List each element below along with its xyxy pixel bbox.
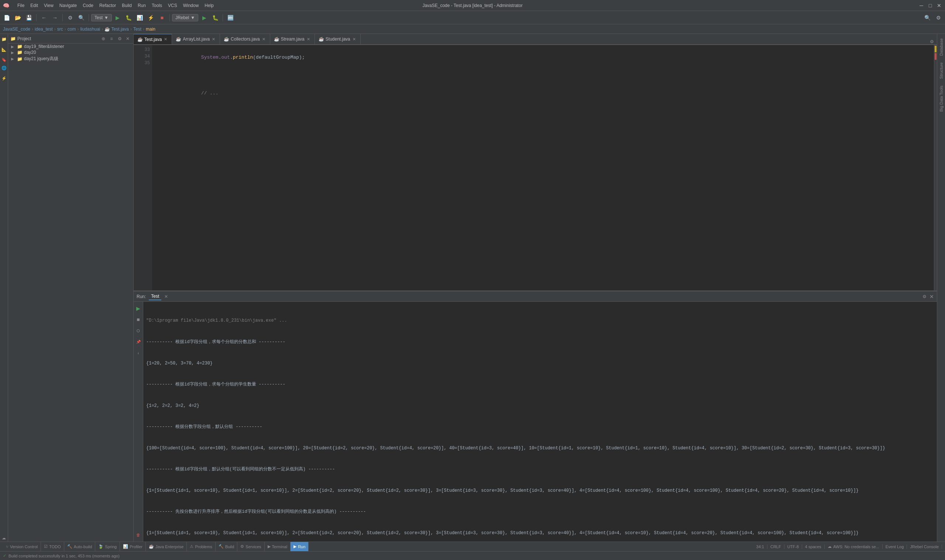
aws-icon[interactable]: ☁ — [0, 534, 8, 542]
breadcrumb-module[interactable]: idea_test — [35, 26, 53, 32]
tab-arraylist[interactable]: ☕ ArrayList.java ✕ — [172, 34, 220, 44]
jrebel-run-button[interactable]: ▶ — [199, 12, 209, 23]
tree-item-day21[interactable]: ▶ 📁 day21 jquery高级 — [8, 55, 133, 62]
breadcrumb-project[interactable]: JavaSE_code — [3, 26, 30, 32]
tab-close-button[interactable]: ✕ — [211, 37, 216, 42]
stop-run-button[interactable]: ■ — [134, 314, 143, 325]
run-with-coverage-button[interactable]: 📊 — [135, 12, 145, 23]
open-button[interactable]: 📂 — [12, 12, 23, 23]
web-icon[interactable]: 🌐 — [0, 64, 8, 72]
bookmarks-icon[interactable]: 🔖 — [0, 56, 8, 63]
status-auto-build[interactable]: 🔨 Auto-build — [64, 542, 96, 551]
menu-navigate[interactable]: Navigate — [57, 2, 79, 9]
run-config-selector[interactable]: Test ▼ — [91, 14, 112, 22]
breadcrumb-file[interactable]: ☕ Test.java — [105, 26, 128, 32]
tree-item-day20[interactable]: ▶ 📁 day20 — [8, 49, 133, 55]
status-version-control[interactable]: ⑂ Version Control — [3, 542, 41, 551]
status-spring[interactable]: 🍃 Spring — [95, 542, 120, 551]
jrebel-debug-button[interactable]: 🐛 — [210, 12, 220, 23]
forward-button[interactable]: → — [50, 12, 60, 23]
settings-gear-button[interactable]: ⚙ — [933, 12, 943, 23]
tab-close-button[interactable]: ✕ — [163, 37, 168, 42]
status-java-enterprise[interactable]: ☕ Java Enterprise — [146, 542, 187, 551]
panel-settings-button[interactable]: ⚙ — [116, 35, 123, 42]
run-output-scroll[interactable]: "D:\1program file\Java\jdk1.8.0_231\bin\… — [143, 302, 937, 542]
menu-help[interactable]: Help — [202, 2, 216, 9]
status-position[interactable]: 34:1 — [754, 545, 768, 549]
translate-button[interactable]: 🔤 — [225, 12, 236, 23]
project-icon[interactable]: 📁 — [0, 35, 8, 43]
breadcrumb-class[interactable]: Test — [133, 26, 141, 32]
menu-refactor[interactable]: Refactor — [97, 2, 118, 9]
breadcrumb-src[interactable]: src — [57, 26, 63, 32]
menu-file[interactable]: File — [15, 2, 26, 9]
jrebel-config-selector[interactable]: JRebel ▼ — [172, 14, 198, 22]
run-panel-close-button[interactable]: ✕ — [930, 294, 934, 300]
panel-close-button[interactable]: ✕ — [124, 35, 131, 42]
settings-button[interactable]: ⚙ — [65, 12, 75, 23]
tab-close-button[interactable]: ✕ — [261, 37, 266, 42]
scope-button[interactable]: ⊕ — [100, 35, 107, 42]
editor-settings-button[interactable]: ⚙ — [927, 39, 937, 44]
scroll-to-end-button[interactable]: ↓ — [134, 348, 143, 358]
status-problems[interactable]: ⚠ Problems — [187, 542, 215, 551]
run-tab-close[interactable]: ✕ — [164, 294, 168, 299]
status-encoding[interactable]: UTF-8 — [785, 545, 802, 549]
status-profiler[interactable]: 📊 Profiler — [120, 542, 146, 551]
status-indent[interactable]: 4 spaces — [802, 545, 825, 549]
pin-tab-button[interactable]: 📌 — [134, 337, 143, 347]
menu-vcs[interactable]: VCS — [166, 2, 179, 9]
menu-edit[interactable]: Edit — [28, 2, 40, 9]
profile-button[interactable]: ⚡ — [146, 12, 156, 23]
menu-code[interactable]: Code — [80, 2, 96, 9]
breadcrumb-com[interactable]: com — [68, 26, 76, 32]
save-button[interactable]: 💾 — [24, 12, 34, 23]
new-file-button[interactable]: 📄 — [2, 12, 12, 23]
menu-tools[interactable]: Tools — [150, 2, 164, 9]
rerun-button[interactable]: ▶ — [134, 303, 143, 314]
debug-button[interactable]: 🐛 — [124, 12, 134, 23]
breadcrumb-package[interactable]: liudashuai — [80, 26, 100, 32]
tab-collectors[interactable]: ☕ Collectors.java ✕ — [220, 34, 270, 44]
run-settings-button[interactable]: ⚙ — [922, 294, 927, 299]
breadcrumb-method[interactable]: main — [146, 26, 156, 32]
right-label-structure[interactable]: Structure — [938, 59, 944, 82]
status-build[interactable]: 🔨 Build — [216, 542, 237, 551]
stop-button[interactable]: ■ — [157, 12, 167, 23]
collapse-all-button[interactable]: ≡ — [108, 35, 115, 42]
jrebel-side-icon[interactable]: ⚡ — [0, 74, 8, 82]
status-todo[interactable]: ☑ TODO — [41, 542, 64, 551]
status-jrebel-console[interactable]: JRebel Console — [907, 545, 942, 549]
menu-window[interactable]: Window — [181, 2, 201, 9]
tab-stream[interactable]: ☕ Stream.java ✕ — [270, 34, 315, 44]
menu-view[interactable]: View — [42, 2, 56, 9]
run-button[interactable]: ▶ — [113, 12, 123, 23]
structure-icon[interactable]: 📐 — [0, 46, 8, 53]
status-line-ending[interactable]: CRLF — [768, 545, 785, 549]
status-aws[interactable]: ☁ AWS: No credentials se... — [825, 544, 883, 549]
inspect-button[interactable]: 🔍 — [76, 12, 86, 23]
code-content[interactable]: System.out.println(defaultGroupMap); // … — [152, 45, 934, 290]
search-everywhere-button[interactable]: 🔍 — [922, 12, 933, 23]
minimize-button[interactable]: ─ — [919, 3, 924, 8]
close-button[interactable]: ✕ — [936, 3, 942, 8]
delete-run-button[interactable]: 🗑 — [134, 530, 143, 540]
tree-item-day19[interactable]: ▶ 📁 day19_filter&listener — [8, 43, 133, 49]
tab-close-button[interactable]: ✕ — [306, 37, 311, 42]
status-terminal[interactable]: ▶ Terminal — [265, 542, 291, 551]
menu-build[interactable]: Build — [120, 2, 134, 9]
tab-student[interactable]: ☕ Student.java ✕ — [315, 34, 361, 44]
menu-run[interactable]: Run — [136, 2, 148, 9]
status-event-log[interactable]: Event Log — [883, 545, 907, 549]
tab-testjava[interactable]: ☕ Test.java ✕ — [134, 34, 172, 44]
editor-tab-bar: ☕ Test.java ✕ ☕ ArrayList.java ✕ ☕ Colle… — [134, 34, 937, 45]
status-run[interactable]: ▶ Run — [290, 542, 308, 551]
maximize-button[interactable]: □ — [927, 3, 933, 8]
right-label-database[interactable]: Database — [938, 35, 944, 58]
right-label-bigdata[interactable]: Big Data Tools — [938, 83, 944, 115]
restore-layout-button[interactable]: ⬡ — [134, 325, 143, 336]
status-services[interactable]: ⚙ Services — [237, 542, 264, 551]
run-tab-test[interactable]: Test — [149, 293, 161, 300]
tab-close-button[interactable]: ✕ — [352, 37, 356, 42]
back-button[interactable]: ← — [39, 12, 49, 23]
